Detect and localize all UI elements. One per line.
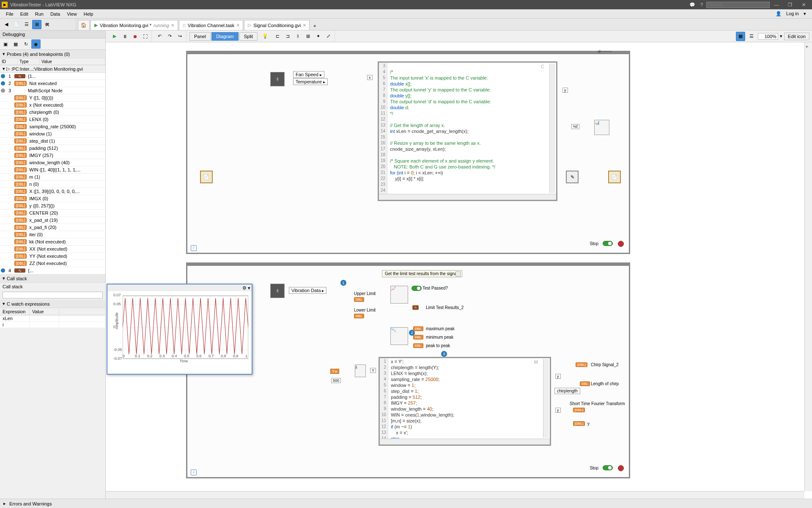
view-panel-button[interactable]: Panel bbox=[189, 32, 211, 41]
code-text[interactable]: x = Y'; chirplength = length(Y); LENX = … bbox=[388, 358, 457, 439]
probe-row[interactable]: [DBL]ZZ (Not executed) bbox=[0, 260, 105, 267]
fmt-terminal[interactable]: %f bbox=[571, 124, 579, 129]
probe-row[interactable]: [DBL]XX (Not executed) bbox=[0, 246, 105, 253]
tab-vibration-channel[interactable]: ⎍ Vibration Channel.task × bbox=[179, 20, 244, 30]
minimize-button[interactable]: — bbox=[770, 0, 783, 9]
probe-row[interactable]: [DBL]X ([1, 39]{(0, 0, 0, 0, 0,... bbox=[0, 188, 105, 195]
stop-button-icon[interactable] bbox=[618, 241, 624, 247]
while-loop-upper[interactable]: ◀━━━━ 📄 ⫴ Fan Speed ▸ Temperature ▸ x C … bbox=[186, 51, 630, 254]
close-button[interactable]: ✕ bbox=[797, 0, 810, 9]
probe-row[interactable]: [DBL]chirplength (0) bbox=[0, 109, 105, 116]
block-diagram-canvas[interactable]: ◀━━━━ 📄 ⫴ Fan Speed ▸ Temperature ▸ x C … bbox=[106, 42, 804, 491]
probe-row[interactable]: [DBL]Y ([1, 0]{()}) bbox=[0, 94, 105, 102]
view-split-button[interactable]: Split bbox=[239, 32, 258, 41]
probe-row[interactable]: [DBL]x_pad_fi (20) bbox=[0, 224, 105, 231]
expand-icon[interactable]: ▸ bbox=[3, 501, 6, 506]
right-scrollbar[interactable]: ▸ bbox=[804, 42, 812, 491]
list-toggle-button[interactable]: ☰ bbox=[747, 32, 756, 41]
probe-row[interactable]: [DBL]LENX (0) bbox=[0, 116, 105, 123]
collapse-right-icon[interactable]: ▸ bbox=[805, 42, 812, 50]
restore-button[interactable]: ❐ bbox=[783, 0, 797, 9]
mathscript-node[interactable]: M 1234567891011121314 x = Y'; chirplengt… bbox=[379, 357, 551, 446]
code-scrollbar[interactable] bbox=[543, 359, 549, 438]
vi-path-row[interactable]: ▾ ▷ :PC:Inter...:Vibration Monitoring.gv… bbox=[0, 65, 105, 73]
probe-row[interactable]: 4∿{... bbox=[0, 267, 105, 274]
temperature-terminal[interactable]: Temperature ▸ bbox=[293, 78, 328, 85]
num500-terminal[interactable]: 500 bbox=[331, 378, 341, 383]
fan-speed-terminal[interactable]: Fan Speed ▸ bbox=[293, 71, 324, 78]
probe-row[interactable]: 2[DBL]Not executed bbox=[0, 80, 105, 87]
view-diagram-button[interactable]: Diagram bbox=[211, 32, 239, 41]
limit-results-badge[interactable]: ∿ bbox=[412, 305, 419, 310]
probe-row[interactable]: 3MathScript Node bbox=[0, 87, 105, 94]
min-peak-dbl[interactable]: DBL bbox=[413, 335, 423, 340]
probe-marker-1[interactable]: 1 bbox=[340, 280, 346, 286]
peak-detect-node[interactable]: 📉 bbox=[390, 327, 408, 345]
probe-row[interactable]: [DBL]WIN ([1, 40]{(1, 1, 1, 1,... bbox=[0, 166, 105, 174]
redo-button[interactable]: ↷ bbox=[165, 32, 174, 41]
code-text[interactable]: /* The input tunnel 'x' is mapped to the… bbox=[387, 63, 498, 194]
chirp-signal-badge[interactable]: [DBL] bbox=[576, 362, 587, 367]
undo-button[interactable]: ↶ bbox=[155, 32, 164, 41]
probe-row[interactable]: [DBL]iter (0) bbox=[0, 231, 105, 238]
y-out-terminal-2[interactable]: y bbox=[555, 374, 561, 379]
debug-view-button[interactable]: ⊞ bbox=[32, 20, 41, 29]
probe-row[interactable]: [DBL]CENTER (20) bbox=[0, 210, 105, 217]
pause-button[interactable]: ⏸ bbox=[120, 32, 129, 41]
bottom-scrollbar[interactable] bbox=[106, 491, 804, 499]
probe-refresh-button[interactable]: ↻ bbox=[21, 39, 30, 49]
tab-close-button[interactable]: × bbox=[236, 22, 239, 28]
new-tab-button[interactable]: + bbox=[310, 22, 319, 30]
run-button[interactable]: ▶ bbox=[110, 32, 119, 41]
format-node[interactable]: 📊 bbox=[594, 120, 609, 135]
errors-warnings-link[interactable]: Errors and Warnings bbox=[9, 501, 52, 506]
tools-button[interactable]: 🛠 bbox=[42, 20, 52, 29]
x-terminal[interactable]: x bbox=[367, 75, 373, 80]
tab-close-button[interactable]: × bbox=[171, 22, 174, 28]
probe-row[interactable]: [DBL]IMGY (257) bbox=[0, 152, 105, 159]
watch-header[interactable]: ▾ C watch expressions bbox=[0, 300, 105, 308]
zoom-dropdown[interactable]: ▾ bbox=[780, 33, 782, 39]
help-icon[interactable]: ? bbox=[698, 1, 705, 8]
record-button[interactable]: ⏺ bbox=[130, 32, 140, 41]
tab-vibration-monitoring[interactable]: ▶ Vibration Monitoring.gvi * running × bbox=[91, 20, 178, 30]
capture-button[interactable]: ⛶ bbox=[140, 32, 150, 41]
tree-view-button[interactable]: ☰ bbox=[22, 20, 31, 29]
step-button[interactable]: ↪ bbox=[175, 32, 184, 41]
probe-row[interactable]: [DBL]n (0) bbox=[0, 181, 105, 188]
tab-close-button[interactable]: × bbox=[303, 22, 306, 28]
reorder-button[interactable]: ⤢ bbox=[324, 32, 333, 41]
probe-row[interactable]: [DBL]padding (512) bbox=[0, 145, 105, 152]
cleanup-button[interactable]: ✦ bbox=[313, 32, 323, 41]
probe-row[interactable]: [DBL]window_length (40) bbox=[0, 159, 105, 166]
code-scrollbar[interactable] bbox=[549, 64, 555, 193]
probe-row[interactable]: [DBL]step_dist (1) bbox=[0, 138, 105, 145]
login-link[interactable]: 👤 Log in ▾ bbox=[772, 10, 809, 17]
callstack-header[interactable]: ▾ Call stack bbox=[0, 274, 105, 283]
Y-terminal[interactable]: Y bbox=[370, 368, 376, 373]
lightbulb-icon[interactable]: 💡 bbox=[261, 32, 270, 41]
upper-limit-dbl[interactable]: DBL bbox=[354, 297, 364, 302]
p2p-dbl[interactable]: DBL bbox=[413, 343, 423, 348]
c-code-node[interactable]: C 3456789101112131415161718192021222324 … bbox=[378, 61, 557, 201]
limit-test-node[interactable]: 📈 bbox=[390, 286, 408, 304]
vibration-data-terminal[interactable]: Vibration Data ▸ bbox=[289, 287, 326, 294]
menu-edit[interactable]: Edit bbox=[17, 11, 32, 17]
new-file-button[interactable]: 📄 bbox=[12, 20, 21, 29]
probe-row[interactable]: [DBL]x_pad_st (19) bbox=[0, 217, 105, 224]
probe-highlight-button[interactable]: ◉ bbox=[31, 39, 41, 49]
probe-expand-icon[interactable]: ▾ bbox=[248, 285, 250, 291]
probe-row[interactable]: [DBL]x (Not executed) bbox=[0, 102, 105, 109]
align-center-button[interactable]: ⊐ bbox=[283, 32, 292, 41]
callstack-input[interactable] bbox=[3, 292, 103, 298]
menu-run[interactable]: Run bbox=[32, 11, 47, 17]
zoom-input[interactable] bbox=[758, 33, 778, 40]
probe-row[interactable]: [DBL]IMGX (0) bbox=[0, 195, 105, 202]
Y-in-terminal[interactable]: Y ▸ bbox=[330, 369, 339, 374]
menu-data[interactable]: Data bbox=[47, 11, 63, 17]
stop-indicator[interactable] bbox=[603, 241, 613, 246]
probe-new-button[interactable]: ▣ bbox=[1, 39, 10, 49]
merge-node-2[interactable]: ⫴ bbox=[270, 284, 285, 298]
probe-row[interactable]: [DBL]kk (Not executed) bbox=[0, 238, 105, 246]
comment-box[interactable]: Get the limit test results from the sign… bbox=[382, 270, 462, 277]
